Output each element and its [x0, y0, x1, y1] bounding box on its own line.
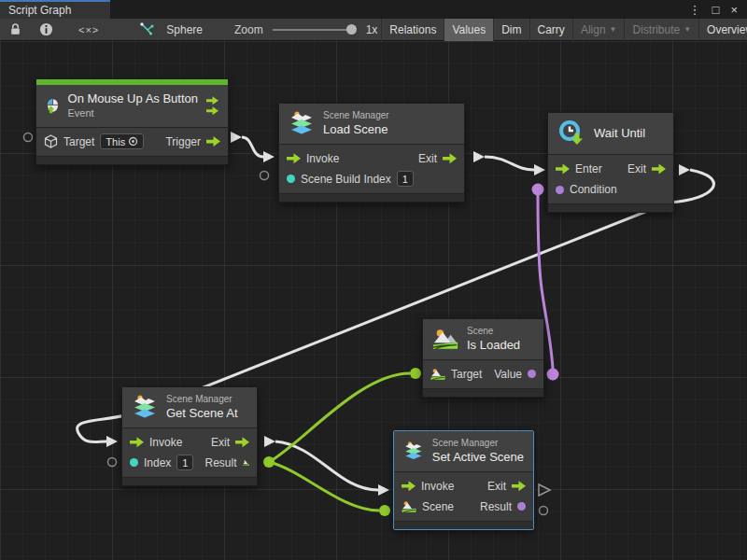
- node-title: Load Scene: [323, 122, 389, 137]
- node-title: Wait Until: [594, 126, 645, 141]
- maximize-icon[interactable]: □: [712, 4, 720, 16]
- graph-target-name: Sphere: [162, 23, 206, 36]
- graph-branch-icon: [139, 22, 154, 36]
- node-title: Is Loaded: [467, 338, 520, 353]
- scene-icon: [432, 328, 458, 351]
- node-load-scene[interactable]: Scene Manager Load Scene Invoke Exit Sce…: [278, 103, 465, 203]
- align-dropdown[interactable]: Align▼: [572, 19, 625, 41]
- port-get-scene-exit-out[interactable]: [264, 436, 275, 447]
- scene-mini-icon: [430, 368, 445, 381]
- node-set-active-scene[interactable]: Scene Manager Set Active Scene Invoke Ex…: [393, 430, 534, 530]
- zoom-slider-track[interactable]: [273, 29, 353, 31]
- flow-arrow-icon: [652, 164, 666, 175]
- zoom-slider[interactable]: [273, 29, 353, 31]
- carry-button[interactable]: Carry: [529, 19, 572, 41]
- port-set-active-scene-in[interactable]: [379, 505, 390, 516]
- node-wait-until[interactable]: Wait Until Enter Exit Condition: [547, 112, 674, 213]
- port-row: Target This Trigger: [36, 132, 228, 152]
- node-titles: On Mouse Up As Button Event: [68, 91, 198, 120]
- zoom-slider-handle[interactable]: [346, 24, 357, 35]
- node-header: On Mouse Up As Button Event: [36, 85, 228, 128]
- build-index-value-chip[interactable]: 1: [397, 171, 414, 187]
- build-index-port-label: Scene Build Index: [301, 173, 391, 186]
- invoke-port-label: Invoke: [421, 480, 454, 493]
- port-get-scene-result-out[interactable]: [263, 456, 275, 468]
- port-get-scene-invoke-in[interactable]: [106, 436, 118, 447]
- flow-arrow-icon: [402, 481, 416, 491]
- node-get-scene-at[interactable]: Scene Manager Get Scene At Invoke Exit I…: [121, 386, 258, 486]
- wire-trigger-to-load-invoke[interactable]: [242, 137, 263, 157]
- port-row: Scene Result: [394, 497, 533, 517]
- tab-script-graph[interactable]: Script Graph: [0, 0, 110, 19]
- int-port-icon: [287, 175, 295, 183]
- index-value-chip[interactable]: 1: [176, 455, 193, 470]
- port-row: Invoke Exit: [279, 148, 464, 169]
- distribute-dropdown[interactable]: Distribute▼: [624, 19, 698, 41]
- node-footer: [36, 156, 228, 164]
- invoke-port-label: Invoke: [149, 436, 182, 449]
- node-on-mouse-up-as-button[interactable]: On Mouse Up As Button Event Target This: [35, 78, 229, 165]
- node-footer: [423, 388, 543, 397]
- port-set-active-exit-out[interactable]: [539, 484, 550, 496]
- node-category: Scene Manager: [166, 394, 238, 406]
- node-body: Target Value: [423, 360, 543, 388]
- dim-button[interactable]: Dim: [493, 19, 529, 41]
- wire-result-to-is-loaded-target[interactable]: [269, 373, 410, 462]
- port-is-loaded-target-in[interactable]: [410, 368, 421, 379]
- tab-label: Script Graph: [8, 4, 71, 17]
- port-row: Target Value: [423, 364, 543, 385]
- zoom-label: Zoom: [234, 23, 263, 36]
- graph-canvas[interactable]: On Mouse Up As Button Event Target This: [0, 41, 747, 560]
- port-load-build-index-in[interactable]: [261, 172, 269, 180]
- flow-arrow-icon: [130, 437, 144, 447]
- graph-target-button[interactable]: [131, 19, 162, 41]
- port-set-active-invoke-in[interactable]: [378, 484, 389, 496]
- toolbar-button-group: Relations Values Dim Carry Align▼ Distri…: [381, 19, 747, 41]
- flow-arrow-icon: [206, 136, 220, 147]
- port-wait-condition-in[interactable]: [532, 184, 544, 196]
- port-get-scene-index-in[interactable]: [108, 458, 117, 467]
- code-view-button[interactable]: <×>: [62, 24, 116, 35]
- port-row: Enter Exit: [548, 159, 673, 179]
- lock-icon: [8, 22, 22, 36]
- port-event-trigger-out[interactable]: [231, 132, 242, 143]
- event-coroutine-icon: [206, 96, 218, 115]
- flow-arrow-icon: [512, 481, 526, 491]
- port-row: Invoke Exit: [394, 476, 533, 497]
- window-controls: ⋮ □ ×: [680, 0, 747, 19]
- wire-load-exit-to-wait-enter[interactable]: [485, 157, 534, 170]
- window-menu-icon[interactable]: ⋮: [689, 4, 701, 16]
- close-icon[interactable]: ×: [730, 4, 738, 16]
- overview-button[interactable]: Overview: [698, 19, 747, 41]
- values-button[interactable]: Values: [444, 19, 493, 41]
- port-is-loaded-value-out[interactable]: [547, 369, 559, 381]
- tab-bar: Script Graph ⋮ □ ×: [0, 0, 747, 19]
- scene-mini-icon: [243, 456, 250, 469]
- info-button[interactable]: [31, 19, 62, 41]
- port-event-target-in[interactable]: [24, 133, 33, 142]
- lock-button[interactable]: [0, 19, 31, 41]
- wire-get-scene-exit-to-set-active-invoke[interactable]: [275, 441, 378, 490]
- target-port-label: Target: [63, 135, 94, 148]
- node-is-loaded[interactable]: Scene Is Loaded Target Value: [422, 318, 544, 398]
- port-wait-exit-out[interactable]: [679, 164, 690, 175]
- target-value-chip[interactable]: This: [100, 133, 144, 149]
- chevron-down-icon: ▼: [610, 25, 617, 34]
- trigger-port-label: Trigger: [165, 135, 201, 148]
- node-titles: Wait Until: [594, 126, 645, 141]
- scene-port-label: Scene: [422, 500, 454, 513]
- port-load-invoke-in[interactable]: [263, 151, 275, 162]
- node-category: Scene Manager: [432, 438, 524, 450]
- node-body: Enter Exit Condition: [548, 155, 673, 203]
- port-row: Scene Build Index 1: [279, 169, 464, 189]
- node-body: Invoke Exit Index 1 Result: [122, 428, 257, 477]
- scene-manager-icon: [289, 110, 315, 136]
- port-wait-enter-in[interactable]: [534, 164, 545, 175]
- flow-arrow-icon: [287, 153, 301, 163]
- port-load-exit-out[interactable]: [473, 151, 485, 162]
- port-set-active-result-out[interactable]: [540, 507, 548, 515]
- graph-toolbar: <×> Sphere Zoom 1x Relations Values Dim …: [0, 19, 747, 41]
- relations-button[interactable]: Relations: [381, 19, 444, 41]
- node-titles: Scene Is Loaded: [467, 326, 520, 353]
- exit-port-label: Exit: [487, 480, 506, 493]
